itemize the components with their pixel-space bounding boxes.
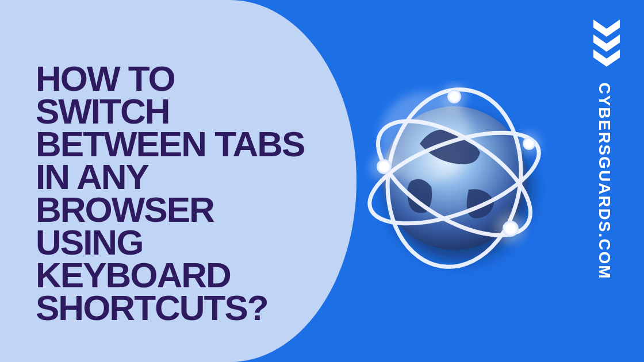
globe-network-icon [356, 80, 552, 276]
brand-sidebar: CYBERSGUARDS.COM [578, 0, 630, 362]
svg-point-10 [503, 221, 519, 237]
brand-label: CYBERSGUARDS.COM [595, 82, 614, 279]
svg-point-8 [377, 159, 392, 174]
page-title: HOW TO SWITCH BETWEEN TABS IN ANY BROWSE… [36, 62, 312, 324]
svg-point-6 [447, 90, 461, 103]
svg-point-12 [523, 137, 535, 150]
